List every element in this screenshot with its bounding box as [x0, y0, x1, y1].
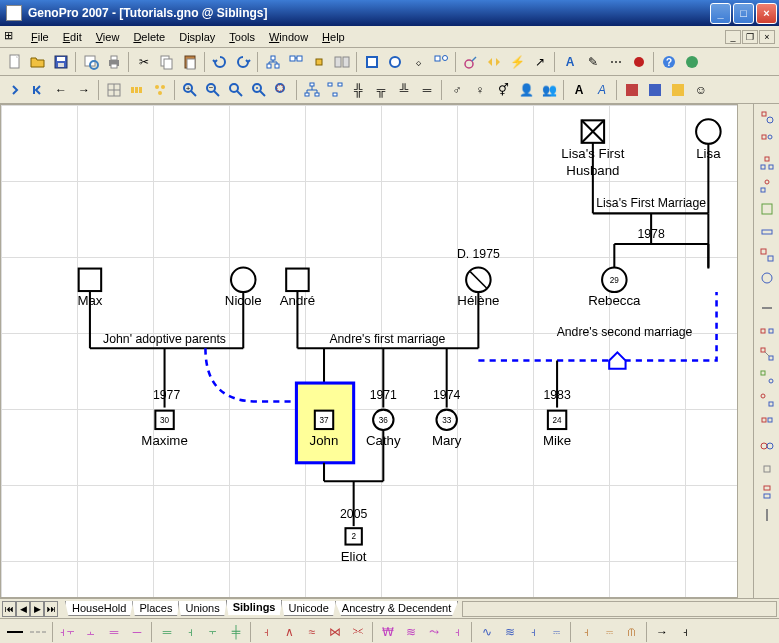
horizontal-scrollbar[interactable]: [462, 601, 777, 617]
zoom-fit-button[interactable]: [225, 79, 247, 101]
maximize-button[interactable]: □: [733, 3, 754, 24]
rtool-11[interactable]: [756, 343, 778, 365]
rtool-1[interactable]: [756, 106, 778, 128]
person-lisa[interactable]: [696, 119, 721, 144]
rtool-14[interactable]: [756, 412, 778, 434]
person-nicole[interactable]: [231, 268, 256, 293]
tab-prev[interactable]: ◀: [16, 601, 30, 617]
menu-tools[interactable]: Tools: [222, 29, 262, 45]
menu-help[interactable]: Help: [315, 29, 352, 45]
grid-button[interactable]: [103, 79, 125, 101]
rtool-3[interactable]: [756, 152, 778, 174]
tab-first[interactable]: ⏮: [2, 601, 16, 617]
cut-button[interactable]: ✂: [133, 51, 155, 73]
person-button-2[interactable]: ♀: [469, 79, 491, 101]
nav-button-2[interactable]: [27, 79, 49, 101]
btool-18[interactable]: ⤳: [423, 621, 445, 643]
canvas[interactable]: Lisa's FirstHusband Lisa Lisa's First Ma…: [0, 104, 737, 598]
btool-13[interactable]: ≈: [301, 621, 323, 643]
rtool-13[interactable]: [756, 389, 778, 411]
btool-12[interactable]: ∧: [278, 621, 300, 643]
btool-15[interactable]: ⪥: [347, 621, 369, 643]
tool-button-3[interactable]: [308, 51, 330, 73]
btool-20[interactable]: ∿: [476, 621, 498, 643]
tool-button-4[interactable]: [331, 51, 353, 73]
btool-22[interactable]: ⫞: [522, 621, 544, 643]
tab-unions[interactable]: Unions: [178, 601, 226, 616]
tab-places[interactable]: Places: [132, 601, 179, 616]
btool-28[interactable]: ⫞: [674, 621, 696, 643]
btool-6[interactable]: ─: [126, 621, 148, 643]
tree-button-4[interactable]: ╦: [370, 79, 392, 101]
add-female-button[interactable]: [384, 51, 406, 73]
menu-display[interactable]: Display: [172, 29, 222, 45]
btool-5[interactable]: ═: [103, 621, 125, 643]
menu-delete[interactable]: Delete: [126, 29, 172, 45]
btool-3[interactable]: ⫞⫟: [57, 621, 79, 643]
tab-last[interactable]: ⏭: [44, 601, 58, 617]
rtool-5[interactable]: [756, 198, 778, 220]
person-button-3[interactable]: ⚥: [492, 79, 514, 101]
tab-ancestry[interactable]: Ancestry & Decendent: [335, 601, 458, 616]
palette-button[interactable]: ⋯: [605, 51, 627, 73]
btool-8[interactable]: ⫞: [179, 621, 201, 643]
rtool-16[interactable]: [756, 458, 778, 480]
tab-household[interactable]: HouseHold: [65, 601, 133, 616]
person-button-5[interactable]: 👥: [538, 79, 560, 101]
btool-27[interactable]: →: [651, 621, 673, 643]
btool-17[interactable]: ≋: [400, 621, 422, 643]
btool-4[interactable]: ⫠: [80, 621, 102, 643]
person-max[interactable]: [79, 269, 101, 291]
person-andre[interactable]: [286, 269, 308, 291]
mdi-minimize[interactable]: _: [725, 30, 741, 44]
copy-button[interactable]: [156, 51, 178, 73]
btool-1[interactable]: [4, 621, 26, 643]
add-unknown-button[interactable]: ⬦: [407, 51, 429, 73]
text-button[interactable]: A: [559, 51, 581, 73]
open-button[interactable]: [27, 51, 49, 73]
menu-window[interactable]: Window: [262, 29, 315, 45]
rtool-2[interactable]: [756, 129, 778, 151]
rtool-15[interactable]: [756, 435, 778, 457]
btool-26[interactable]: ⫙: [621, 621, 643, 643]
paste-button[interactable]: [179, 51, 201, 73]
rtool-9[interactable]: [756, 297, 778, 319]
print-button[interactable]: [103, 51, 125, 73]
rtool-10[interactable]: [756, 320, 778, 342]
add-family-button[interactable]: [430, 51, 452, 73]
btool-19[interactable]: ⫞: [446, 621, 468, 643]
undo-button[interactable]: [209, 51, 231, 73]
btool-11[interactable]: ⫞: [255, 621, 277, 643]
menu-file[interactable]: File: [24, 29, 56, 45]
btool-2[interactable]: [27, 621, 49, 643]
layout-button-2[interactable]: [149, 79, 171, 101]
zoom-in-button[interactable]: +: [179, 79, 201, 101]
menu-edit[interactable]: Edit: [56, 29, 89, 45]
tool-button-2[interactable]: [285, 51, 307, 73]
layout-button-1[interactable]: [126, 79, 148, 101]
rtool-17[interactable]: [756, 481, 778, 503]
gender-button[interactable]: [460, 51, 482, 73]
add-male-button[interactable]: [361, 51, 383, 73]
btool-7[interactable]: ═: [156, 621, 178, 643]
btool-21[interactable]: ≋: [499, 621, 521, 643]
btool-9[interactable]: ⫟: [202, 621, 224, 643]
redo-button[interactable]: [232, 51, 254, 73]
vertical-scrollbar[interactable]: [737, 104, 753, 598]
close-button[interactable]: ×: [756, 3, 777, 24]
italic-button[interactable]: A: [591, 79, 613, 101]
new-button[interactable]: [4, 51, 26, 73]
mdi-close[interactable]: ×: [759, 30, 775, 44]
btool-25[interactable]: ⎓: [598, 621, 620, 643]
btool-16[interactable]: ₩: [377, 621, 399, 643]
person-button-1[interactable]: ♂: [446, 79, 468, 101]
tool-button-1[interactable]: [262, 51, 284, 73]
btool-23[interactable]: ⎓: [545, 621, 567, 643]
rtool-4[interactable]: [756, 175, 778, 197]
rtool-12[interactable]: [756, 366, 778, 388]
minimize-button[interactable]: _: [710, 3, 731, 24]
save-button[interactable]: [50, 51, 72, 73]
mdi-restore[interactable]: ❐: [742, 30, 758, 44]
rtool-8[interactable]: [756, 267, 778, 289]
tab-unicode[interactable]: Unicode: [281, 601, 335, 616]
